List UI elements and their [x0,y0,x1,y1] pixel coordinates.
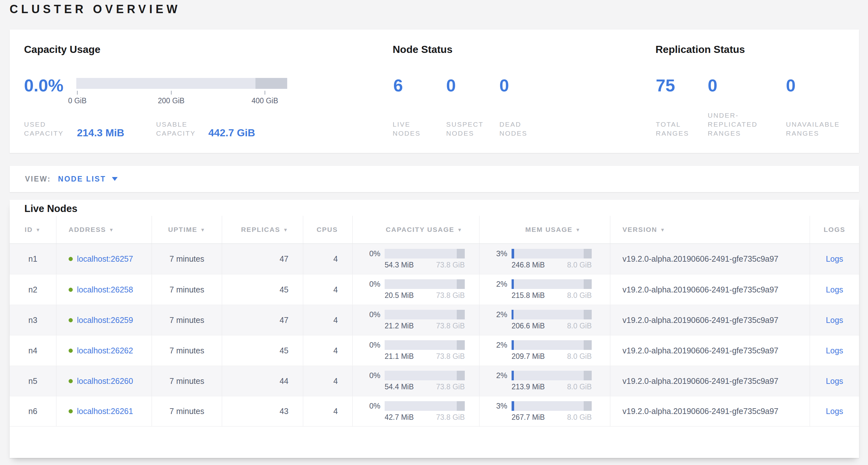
mem-used-value: 215.8 MiB [512,291,545,300]
live-nodes-count: 6 [393,76,403,94]
logs-link[interactable]: Logs [826,407,843,416]
capacity-percent: 0% [369,280,385,289]
node-cpus-cell: 4 [303,244,352,274]
column-header-capacity-usage[interactable]: CAPACITY USAGE ▼ [352,216,479,243]
mem-bar-fill [512,401,514,411]
usable-capacity-label: USABLE CAPACITY [156,120,209,138]
capacity-percent: 0% [369,371,385,380]
node-mem-usage-cell: 2% 213.9 MiB 8.0 GiB [479,366,610,396]
used-capacity-label: USED CAPACITY [24,120,77,138]
capacity-used-value: 21.1 MiB [385,352,414,361]
mem-used-value: 213.9 MiB [512,383,545,391]
node-row: n1 localhost:26257 7 minutes 47 4 0% 54.… [10,244,859,274]
column-header-id[interactable]: ID ▼ [10,216,56,243]
node-logs-cell: Logs [810,366,859,396]
capacity-usage-percent: 0.0% [24,76,63,94]
mem-total-value: 8.0 GiB [567,291,592,300]
node-cpus-cell: 4 [303,305,352,335]
logs-link[interactable]: Logs [826,346,843,355]
node-uptime-cell: 7 minutes [152,244,222,274]
node-address-link[interactable]: localhost:26260 [77,377,133,386]
node-address-link[interactable]: localhost:26261 [77,407,133,416]
mem-bar-fill [512,249,514,259]
node-address-cell: localhost:26258 [56,274,152,304]
live-status-dot-icon [69,409,73,413]
node-address-link[interactable]: localhost:26259 [77,316,133,325]
mem-bar-fill [512,371,514,380]
mem-used-value: 267.7 MiB [512,413,545,422]
mem-percent: 2% [496,310,512,319]
mem-percent: 3% [496,249,512,258]
mem-usage-bar [512,249,592,259]
node-uptime-cell: 7 minutes [152,396,222,426]
logs-link[interactable]: Logs [826,285,843,294]
total-ranges-count: 75 [656,76,675,94]
under-replicated-count: 0 [708,76,717,94]
node-logs-cell: Logs [810,274,859,304]
mem-percent: 2% [496,341,512,350]
node-version-cell: v19.2.0-alpha.20190606-2491-gfe735c9a97 [610,305,810,335]
live-status-dot-icon [69,257,73,261]
column-header-address[interactable]: ADDRESS ▼ [56,216,152,243]
node-row: n6 localhost:26261 7 minutes 43 4 0% 42.… [10,396,859,427]
column-header-version[interactable]: VERSION ▼ [610,216,810,243]
capacity-used-value: 21.2 MiB [385,322,414,330]
node-address-cell: localhost:26260 [56,366,152,396]
axis-tick: 0 GiB [68,89,87,105]
node-logs-cell: Logs [810,396,859,426]
capacity-used-value: 54.4 MiB [385,383,414,391]
logs-link[interactable]: Logs [826,316,843,325]
sort-desc-icon: ▼ [576,227,581,233]
node-uptime-cell: 7 minutes [152,336,222,366]
node-address-cell: localhost:26257 [56,244,152,274]
unavailable-ranges-count: 0 [786,76,796,94]
tick-mark [265,91,265,95]
node-address-link[interactable]: localhost:26262 [77,346,133,355]
tick-mark [171,91,172,95]
node-capacity-usage-cell: 0% 21.1 MiB 73.8 GiB [352,336,479,366]
node-id-cell: n5 [10,366,56,396]
logs-link[interactable]: Logs [826,254,843,264]
node-mem-usage-cell: 3% 246.8 MiB 8.0 GiB [479,244,610,274]
capacity-total-value: 73.8 GiB [436,413,465,422]
node-version-cell: v19.2.0-alpha.20190606-2491-gfe735c9a97 [610,274,810,304]
node-id-cell: n3 [10,305,56,335]
mem-used-value: 209.7 MiB [512,352,545,361]
sort-desc-icon: ▼ [200,227,206,233]
sort-desc-icon: ▼ [457,227,463,233]
node-mem-usage-cell: 2% 209.7 MiB 8.0 GiB [479,336,610,366]
logs-link[interactable]: Logs [826,377,843,386]
node-version-cell: v19.2.0-alpha.20190606-2491-gfe735c9a97 [610,396,810,426]
capacity-usage-title: Capacity Usage [24,43,100,56]
capacity-usage-chart: 0 GiB 200 GiB 400 GiB [76,78,287,111]
sort-desc-icon: ▼ [36,227,41,233]
capacity-usage-bar [385,249,465,259]
capacity-usage-bar [385,371,465,380]
mem-usage-bar [512,310,592,319]
node-address-link[interactable]: localhost:26257 [77,254,133,264]
capacity-percent: 0% [369,310,385,319]
column-header-replicas[interactable]: REPLICAS ▼ [222,216,303,243]
live-status-dot-icon [69,318,73,322]
column-header-mem-usage[interactable]: MEM USAGE ▼ [479,216,610,243]
node-mem-usage-cell: 2% 215.8 MiB 8.0 GiB [479,274,610,304]
mem-usage-bar [512,279,592,289]
live-nodes-rows: n1 localhost:26257 7 minutes 47 4 0% 54.… [10,244,859,427]
dead-nodes-label: DEAD NODES [499,120,541,138]
node-id-cell: n2 [10,274,56,304]
node-capacity-usage-cell: 0% 21.2 MiB 73.8 GiB [352,305,479,335]
live-nodes-card: Live Nodes ID ▼ ADDRESS ▼ UPTIME ▼ REPLI… [10,200,859,458]
dead-nodes-count: 0 [499,76,509,94]
view-dropdown-value: NODE LIST [58,175,106,183]
column-header-uptime[interactable]: UPTIME ▼ [152,216,222,243]
live-status-dot-icon [69,288,73,292]
live-status-dot-icon [69,379,73,383]
view-dropdown[interactable]: NODE LIST [58,175,118,183]
view-selector-bar: VIEW: NODE LIST [10,166,859,192]
node-replicas-cell: 47 [222,305,303,335]
tick-label: 400 GiB [252,96,278,105]
mem-percent: 2% [496,371,512,380]
capacity-usage-bar [385,401,465,411]
live-nodes-title: Live Nodes [10,200,859,216]
node-address-link[interactable]: localhost:26258 [77,285,133,294]
